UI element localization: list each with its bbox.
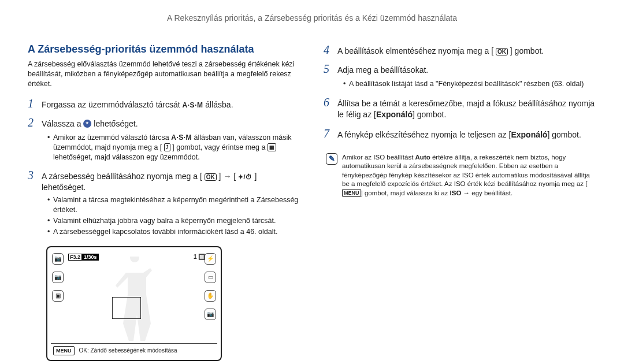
step-number: 3: [28, 168, 42, 183]
step-text: A zársebesség beállításához nyomja meg a…: [42, 172, 202, 181]
step-text: ] gombot.: [413, 110, 446, 119]
menu-icon: MENU: [342, 189, 361, 197]
step-number: 7: [324, 126, 337, 142]
note-text: ] gombot, majd válassza ki az: [361, 190, 450, 196]
step-text: Válassza a: [42, 119, 83, 128]
step-number: 6: [324, 95, 337, 110]
step-text: ] → [: [219, 172, 236, 181]
step-number: 2: [28, 115, 42, 131]
info-icon: ✎: [326, 153, 337, 165]
aperture-value: F3.2: [68, 254, 82, 261]
section-title: A Zársebesség-prioritás üzemmód használa…: [28, 42, 300, 56]
step-number: 4: [324, 42, 337, 58]
info-note: ✎ Amikor az ISO beállítást Auto értékre …: [324, 150, 596, 202]
lcd-stab-icon: ✋: [205, 290, 216, 302]
step-number: 1: [28, 96, 42, 112]
step-text: A fénykép elkészítéséhez nyomja le telje…: [337, 130, 511, 139]
iso-label: ISO: [450, 190, 462, 196]
shot-count: 1: [194, 254, 197, 260]
bullet-text: Valamint a tárcsa megtekintéséhez a képe…: [47, 195, 300, 215]
lcd-camera-icon: 📷: [205, 309, 216, 320]
bullet-text: Valamint elhúzhatja jobbra vagy balra a …: [47, 216, 300, 226]
grid-icon: ▦: [268, 143, 276, 151]
step-1: 1 Forgassa az üzemmódválasztó tárcsát A·…: [28, 96, 300, 112]
lcd-effect-icon: 📷: [52, 272, 64, 283]
lcd-mode-icon: 📷: [52, 253, 64, 265]
step-number: 5: [324, 61, 337, 77]
step-3-bullets: Valamint a tárcsa megtekintéséhez a képe…: [47, 195, 300, 237]
lcd-flash-icon: ⚡: [205, 253, 216, 265]
step-2: 2 Válassza a lehetőséget.: [28, 115, 300, 131]
focus-frame: [112, 297, 141, 319]
expose-label: Exponáló: [376, 110, 413, 119]
step-text: lehetőséget.: [94, 119, 138, 128]
step-5-bullets: A beállítások listáját lásd a "Fényképez…: [343, 79, 596, 89]
step-7: 7 A fénykép elkészítéséhez nyomja le tel…: [324, 126, 596, 142]
menu-icon: MENU: [53, 346, 75, 355]
step-5: 5 Adja meg a beállításokat.: [324, 61, 596, 77]
lcd-status-text: OK: Záridő sebességének módosítása: [79, 347, 177, 355]
note-text: Amikor az ISO beállítást: [342, 154, 415, 161]
flash-timer-icon: ✦/⏱: [238, 173, 252, 181]
step-3: 3 A zársebesség beállításához nyomja meg…: [28, 168, 300, 193]
step-text: Forgassa az üzemmódválasztó tárcsát: [42, 100, 183, 109]
ok-icon: OK: [205, 173, 217, 181]
step-6: 6 Állítsa be a témát a keresőmezőbe, maj…: [324, 95, 596, 120]
lcd-size-icon: ▭: [205, 272, 216, 283]
note-text: → egy beállítást.: [461, 190, 512, 196]
step-4: 4 A beállítások elmentéséhez nyomja meg …: [324, 42, 596, 58]
bullet-text: A zársebességgel kapcsolatos további inf…: [47, 227, 300, 237]
step-text: ] gombot.: [510, 46, 544, 55]
right-column: 4 A beállítások elmentéséhez nyomja meg …: [324, 42, 596, 361]
step-text: A beállítások elmentéséhez nyomja meg a …: [337, 46, 493, 55]
expose-label: Exponáló: [511, 130, 547, 139]
step-text: ] gombot.: [547, 130, 581, 139]
asm-icon: A·S·M: [183, 101, 203, 109]
bullet-text: lehetőséget, majd válasszon egy üzemmódo…: [53, 153, 200, 161]
bullet-text: A beállítások listáját lásd a "Fényképez…: [343, 79, 596, 89]
asm-icon: A·S·M: [171, 133, 192, 142]
back-icon: ⤴: [164, 143, 170, 151]
step-text: állásba.: [205, 100, 233, 109]
shutter-value: 1/30s: [82, 254, 99, 261]
step-2-bullets: Amikor az üzemmód választó tárcsa A·S·M …: [47, 133, 300, 162]
auto-label: Auto: [415, 154, 430, 161]
page-header: A Rekesznyílás prioritás, a Zársebesség …: [28, 13, 596, 24]
ok-icon: OK: [496, 48, 508, 55]
bullet-text: Amikor az üzemmód választó tárcsa: [53, 133, 171, 142]
step-text: Adja meg a beállításokat.: [337, 65, 596, 76]
intro-text: A zársebesség előválasztás üzemmód lehet…: [28, 60, 300, 89]
lcd-illustration: F3.21/30s 1 🔲 🔋 📷 📷 ▣ ⚡: [46, 246, 222, 361]
mode-icon: [83, 120, 91, 128]
lcd-drive-icon: ▣: [52, 290, 64, 302]
bullet-text: ] gombot, vagy érintse meg a: [172, 143, 268, 151]
left-column: A Zársebesség-prioritás üzemmód használa…: [28, 42, 300, 361]
